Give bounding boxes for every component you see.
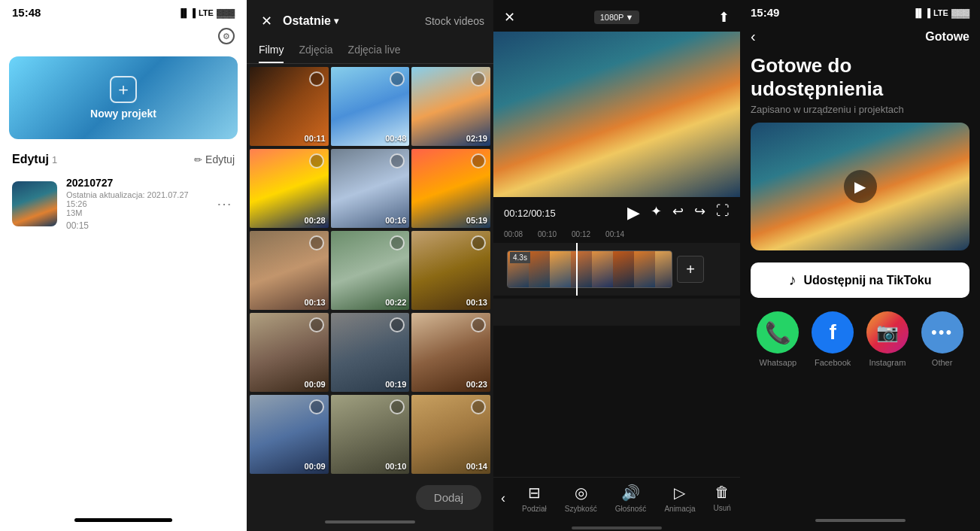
media-item[interactable]: 05:19 (411, 149, 490, 228)
media-select-checkbox[interactable] (309, 317, 324, 332)
toolbar-items: ⊟ Podział ◎ Szybkość 🔊 Głośność ▷ Animac… (513, 484, 740, 513)
resolution-badge[interactable]: 1080P ▼ (594, 11, 640, 24)
album-label: Ostatnie (283, 14, 331, 28)
timeline-area[interactable]: 4.3s + (493, 243, 740, 296)
settings-icon[interactable]: ⚙ (218, 28, 235, 44)
toolbar-item-animacja[interactable]: ▷ Animacja (664, 484, 695, 513)
share-subtitle: Zapisano w urządzeniu i projektach (740, 102, 980, 123)
tab-zdjecia[interactable]: Zdjęcia (299, 39, 332, 63)
media-item[interactable]: 00:10 (331, 395, 410, 474)
split-icon: ⊟ (528, 484, 541, 502)
upload-button[interactable]: ⬆ (718, 9, 730, 26)
media-item[interactable]: 00:13 (250, 231, 329, 310)
media-select-checkbox[interactable] (471, 317, 486, 332)
panel-left: 15:48 ▐▌▐ LTE ▓▓▓ ⚙ ＋ Nowy projekt Edytu… (0, 0, 247, 531)
share-header: ‹ Gotowe (740, 22, 980, 51)
project-thumb-image (12, 181, 57, 226)
media-duration: 02:19 (466, 134, 487, 143)
editor-close-button[interactable]: ✕ (504, 9, 515, 26)
media-select-checkbox[interactable] (471, 153, 486, 168)
share-done-button[interactable]: Gotowe (925, 30, 969, 44)
media-duration: 00:28 (305, 216, 326, 225)
redo-button[interactable]: ↪ (694, 203, 705, 223)
media-duration: 00:14 (466, 462, 487, 471)
trim-button[interactable]: ✦ (651, 203, 662, 223)
album-selector-button[interactable]: Ostatnie ▾ (283, 14, 338, 28)
clip-frame (529, 251, 550, 288)
timeline-clip[interactable] (507, 250, 672, 288)
project-name: 20210727 (66, 177, 205, 189)
share-play-button[interactable]: ▶ (844, 170, 877, 203)
share-back-button[interactable]: ‹ (751, 28, 756, 45)
edit-label: Edytuj (205, 153, 235, 165)
add-media-button[interactable]: Dodaj (416, 485, 481, 510)
timeline-track-secondary (493, 299, 740, 326)
tab-filmy[interactable]: Filmy (259, 39, 284, 63)
media-select-checkbox[interactable] (309, 399, 324, 414)
project-duration: 00:15 (66, 220, 205, 231)
media-item[interactable]: 00:13 (411, 231, 490, 310)
tab-zdjecia-live[interactable]: Zdjęcia live (348, 39, 401, 63)
media-select-checkbox[interactable] (471, 71, 486, 86)
media-duration: 00:13 (466, 298, 487, 307)
media-item[interactable]: 00:23 (411, 313, 490, 392)
clip-duration-label: 4.3s (510, 252, 530, 263)
new-project-banner[interactable]: ＋ Nowy projekt (9, 56, 238, 139)
project-info: 20210727 Ostatnia aktualizacja: 2021.07.… (66, 177, 205, 231)
media-item[interactable]: 00:11 (250, 67, 329, 146)
home-indicator-picker (247, 516, 493, 531)
media-select-checkbox[interactable] (309, 235, 324, 250)
editor-header: ✕ 1080P ▼ ⬆ (493, 0, 740, 32)
play-button[interactable]: ▶ (627, 203, 640, 223)
status-icons-share: ▐▌▐ LTE ▓▓▓ (913, 8, 969, 17)
edit-button[interactable]: ✏ Edytuj (194, 153, 235, 165)
whatsapp-logo: 📞 (765, 320, 791, 345)
share-app-facebook[interactable]: f Facebook (812, 311, 854, 367)
toolbar-item-szybkość[interactable]: ◎ Szybkość (565, 484, 597, 513)
media-item[interactable]: 00:22 (331, 231, 410, 310)
media-item[interactable]: 00:09 (250, 313, 329, 392)
signal-icon-share: ▐▌▐ (913, 8, 930, 17)
status-time-left: 15:48 (12, 6, 41, 19)
media-item[interactable]: 00:09 (250, 395, 329, 474)
share-app-whatsapp[interactable]: 📞 Whatsapp (757, 311, 799, 367)
share-app-other[interactable]: ••• Other (921, 311, 963, 367)
stock-videos-button[interactable]: Stock videos (425, 15, 484, 27)
toolbar-item-usuń[interactable]: 🗑 Usuń (714, 484, 731, 513)
media-item[interactable]: 00:14 (411, 395, 490, 474)
toolbar-back-button[interactable]: ‹ (493, 490, 513, 506)
media-grid: 00:11 00:48 02:19 00:28 00:16 05:19 00:1… (247, 64, 493, 478)
picker-close-button[interactable]: ✕ (256, 11, 277, 32)
tick-1: 00:08 (504, 230, 523, 238)
undo-button[interactable]: ↩ (672, 203, 684, 223)
media-item[interactable]: 00:19 (331, 313, 410, 392)
panel-picker: ✕ Ostatnie ▾ Stock videos Filmy Zdjęcia … (247, 0, 493, 531)
battery-icon-share: ▓▓▓ (951, 8, 969, 17)
album-chevron-icon: ▾ (334, 16, 338, 26)
media-duration: 00:19 (385, 380, 406, 389)
tiktok-share-button[interactable]: ♪ Udostępnij na TikToku (751, 262, 969, 298)
media-select-checkbox[interactable] (471, 399, 486, 414)
fullscreen-button[interactable]: ⛶ (716, 203, 730, 223)
media-duration: 05:19 (466, 216, 487, 225)
video-preview (493, 32, 740, 197)
share-preview: ▶ (751, 123, 969, 250)
resolution-arrow-icon: ▼ (625, 13, 633, 22)
network-label: LTE (199, 8, 214, 17)
media-select-checkbox[interactable] (471, 235, 486, 250)
more-options-button[interactable]: ⋯ (214, 192, 235, 216)
section-title: Edytuj (12, 153, 49, 166)
media-select-checkbox[interactable] (309, 153, 324, 168)
toolbar-item-głośność[interactable]: 🔊 Głośność (615, 484, 647, 513)
media-item[interactable]: 00:48 (331, 67, 410, 146)
network-label-share: LTE (933, 8, 948, 17)
media-item[interactable]: 00:16 (331, 149, 410, 228)
media-select-checkbox[interactable] (309, 71, 324, 86)
media-item[interactable]: 00:28 (250, 149, 329, 228)
toolbar-item-podział[interactable]: ⊟ Podział (522, 484, 547, 513)
add-clip-button[interactable]: + (677, 256, 704, 283)
share-app-instagram[interactable]: 📷 Instagram (866, 311, 909, 367)
media-tabs: Filmy Zdjęcia Zdjęcia live (247, 39, 493, 64)
project-item[interactable]: 20210727 Ostatnia aktualizacja: 2021.07.… (0, 171, 247, 237)
media-item[interactable]: 02:19 (411, 67, 490, 146)
